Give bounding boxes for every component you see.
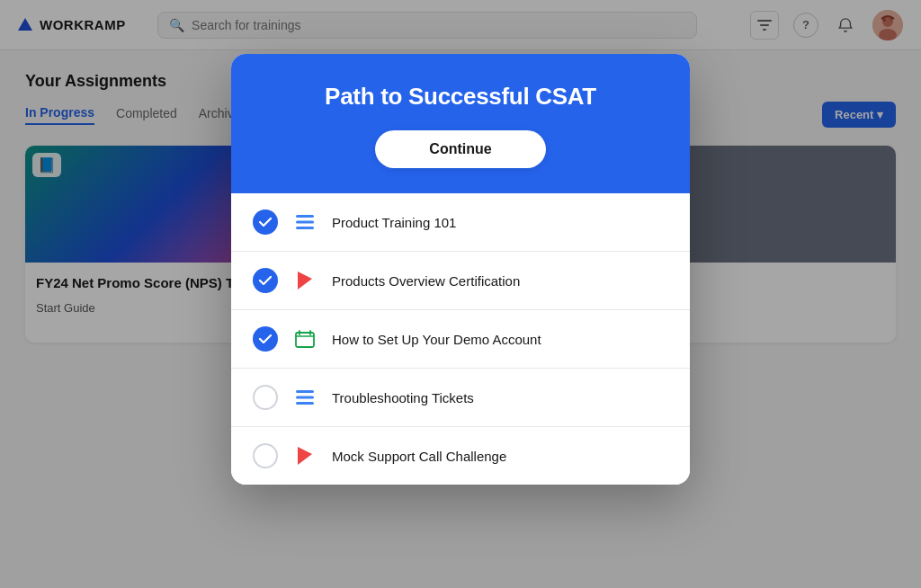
modal-title: Path to Successful CSAT — [253, 83, 668, 111]
step-2-circle — [253, 268, 278, 293]
modal-item-2: Products Overview Certification — [231, 252, 690, 310]
continue-button[interactable]: Continue — [375, 130, 545, 168]
step-4-circle — [253, 385, 278, 410]
step-1-circle — [253, 209, 278, 235]
item-4-icon — [292, 385, 317, 410]
item-1-icon — [292, 209, 317, 235]
svg-rect-15 — [296, 396, 314, 399]
svg-marker-12 — [298, 272, 312, 290]
step-5-circle — [253, 443, 278, 468]
svg-rect-14 — [296, 390, 314, 393]
modal-overlay[interactable]: Path to Successful CSAT Continue Product… — [0, 0, 921, 588]
modal-item-5: Mock Support Call Challenge — [231, 427, 690, 485]
modal-item-3: How to Set Up Your Demo Account — [231, 310, 690, 369]
item-5-icon — [292, 443, 317, 468]
modal-header: Path to Successful CSAT Continue — [231, 54, 690, 193]
modal-item-4: Troubleshooting Tickets — [231, 369, 690, 427]
svg-rect-16 — [296, 402, 314, 405]
svg-rect-9 — [296, 215, 314, 218]
item-2-icon — [292, 268, 317, 293]
item-5-label: Mock Support Call Challenge — [332, 449, 506, 464]
item-3-label: How to Set Up Your Demo Account — [332, 332, 541, 347]
item-1-label: Product Training 101 — [332, 215, 456, 230]
step-3-circle — [253, 326, 278, 352]
modal-body: Product Training 101 Products Overview C… — [231, 193, 690, 485]
item-4-label: Troubleshooting Tickets — [332, 390, 474, 405]
item-2-label: Products Overview Certification — [332, 273, 520, 289]
svg-rect-13 — [296, 333, 314, 347]
modal: Path to Successful CSAT Continue Product… — [231, 54, 690, 485]
svg-rect-11 — [296, 227, 314, 229]
item-3-icon — [292, 326, 317, 352]
modal-item-1: Product Training 101 — [231, 193, 690, 252]
svg-marker-17 — [298, 447, 312, 465]
svg-rect-10 — [296, 221, 314, 224]
